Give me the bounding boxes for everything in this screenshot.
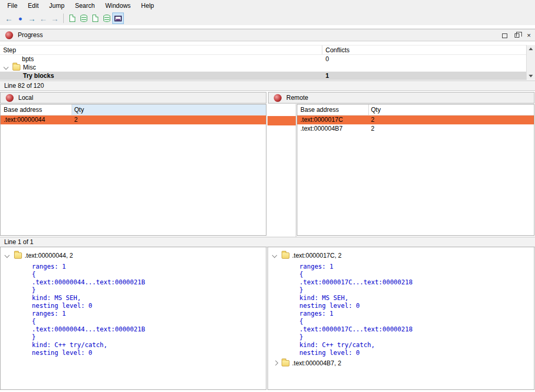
app-rose-icon [6, 94, 14, 102]
window-buttons: × [502, 29, 531, 42]
column-header-qty[interactable]: Qty [369, 105, 534, 115]
remote-table-row[interactable]: .text:0000017C 2 [297, 116, 534, 124]
menubar: File Edit Jump Search Windows Help [0, 0, 535, 11]
page-import-icon[interactable] [66, 13, 78, 24]
detail-line: ranges: 1 [32, 310, 66, 318]
database-icon[interactable] [78, 13, 89, 24]
detail-status-bar: Line 1 of 1 [0, 237, 535, 247]
folder-icon [282, 252, 289, 259]
detail-status-text: Line 1 of 1 [4, 238, 33, 246]
detail-line: .text:0000017C...text:00000218 [299, 326, 413, 333]
window-title: Progress [18, 31, 43, 39]
tree-row-bpts[interactable]: bpts 0 [0, 55, 526, 63]
local-pane-titlebar[interactable]: Local [0, 92, 266, 103]
remote-detail-collapsed-node[interactable]: .text:000004B7, 2 [268, 359, 534, 367]
remote-table: Base address Qty .text:0000017C 2 .text:… [297, 104, 534, 236]
local-table-header: Base address Qty [1, 105, 266, 116]
tree-vertical-scrollbar[interactable] [526, 45, 535, 80]
diff-connector-highlight [268, 116, 296, 125]
detail-line: { [32, 271, 36, 279]
toolbar: ← ● → ← → [0, 11, 535, 25]
column-header-conflicts[interactable]: Conflicts [322, 45, 526, 54]
menu-search[interactable]: Search [69, 1, 100, 11]
tree-row-misc[interactable]: Misc [0, 63, 526, 72]
scroll-up-icon[interactable] [527, 45, 535, 53]
detail-line: .text:00000044...text:0000021B [32, 279, 145, 286]
monitor-view-icon[interactable] [112, 13, 124, 24]
detail-line: { [32, 318, 36, 326]
local-detail-node[interactable]: .text:00000044, 2 [1, 251, 266, 260]
menu-edit[interactable]: Edit [22, 1, 44, 11]
chevron-down-icon[interactable] [5, 253, 10, 258]
toolbar-separator [63, 14, 64, 23]
database-glyph [80, 15, 87, 22]
local-pane-title: Local [18, 94, 33, 101]
page-export-icon[interactable] [89, 13, 101, 24]
database-glyph [103, 15, 110, 22]
nav-back-icon[interactable]: ← [3, 13, 15, 24]
folder-icon [13, 64, 20, 71]
node-label: .text:00000044, 2 [25, 251, 73, 260]
detail-line: kind: C++ try/catch, [32, 341, 108, 349]
folder-icon [282, 360, 289, 366]
page-glyph [92, 15, 98, 22]
detail-line: ranges: 1 [299, 310, 333, 318]
detail-line: .text:0000017C...text:00000218 [299, 279, 413, 286]
tree-row-label: bpts [22, 55, 34, 63]
stop-record-icon[interactable]: ● [15, 13, 26, 24]
remote-pane-titlebar[interactable]: Remote [268, 92, 534, 103]
tree-status-bar: Line 82 of 120 [0, 80, 535, 91]
detail-line: nesting level: 0 [299, 349, 360, 357]
detail-line: kind: C++ try/catch, [299, 341, 375, 349]
remote-table-header: Base address Qty [297, 105, 534, 116]
remote-pane-title: Remote [286, 94, 308, 101]
chevron-down-icon[interactable] [272, 253, 277, 258]
remote-detail-node[interactable]: .text:0000017C, 2 [268, 251, 534, 260]
menu-windows[interactable]: Windows [100, 1, 136, 11]
node-label: .text:0000017C, 2 [292, 251, 342, 260]
tree-status-text: Line 82 of 120 [4, 82, 44, 89]
chevron-down-icon[interactable] [4, 65, 9, 70]
menu-jump[interactable]: Jump [44, 1, 69, 11]
detail-line: { [299, 318, 303, 326]
qty-cell: 2 [369, 116, 534, 124]
tree-row-try-blocks-selected[interactable]: Try blocks 1 [0, 72, 526, 80]
app-rose-icon [274, 94, 282, 102]
chevron-right-icon[interactable] [273, 361, 278, 366]
column-header-qty[interactable]: Qty [72, 105, 266, 115]
detail-line: ranges: 1 [32, 263, 66, 271]
qty-cell: 2 [72, 116, 266, 124]
base-address-cell: .text:00000044 [1, 116, 72, 124]
node-label: .text:000004B7, 2 [292, 359, 341, 367]
remote-detail-pane: .text:0000017C, 2 ranges: 1 { .text:0000… [268, 247, 534, 390]
remote-table-row[interactable]: .text:000004B7 2 [297, 124, 534, 133]
detail-line: } [32, 286, 36, 294]
close-icon[interactable]: × [527, 29, 531, 42]
column-header-step[interactable]: Step [0, 45, 322, 54]
jump-forward-icon[interactable]: → [49, 13, 61, 24]
detail-line: nesting level: 0 [32, 302, 92, 310]
maximize-icon[interactable] [502, 33, 507, 38]
scroll-down-icon[interactable] [527, 72, 535, 80]
local-table: Base address Qty .text:00000044 2 [0, 104, 266, 236]
detail-line: kind: MS SEH, [299, 294, 348, 302]
detail-line: nesting level: 0 [32, 349, 92, 357]
base-address-cell: .text:0000017C [297, 116, 369, 124]
jump-back-icon[interactable]: ← [38, 13, 49, 24]
menu-file[interactable]: File [2, 1, 22, 11]
detail-line: kind: MS SEH, [32, 294, 81, 302]
column-header-base-address[interactable]: Base address [297, 105, 369, 115]
base-address-cell: .text:000004B7 [297, 124, 369, 133]
detail-line: ranges: 1 [299, 263, 333, 271]
restore-icon[interactable] [515, 33, 519, 38]
column-header-base-address[interactable]: Base address [1, 105, 72, 115]
menu-help[interactable]: Help [136, 1, 159, 11]
detail-line: nesting level: 0 [299, 302, 360, 310]
detail-line: .text:00000044...text:0000021B [32, 326, 145, 333]
nav-forward-icon[interactable]: → [26, 13, 38, 24]
tree-row-conflicts: 1 [325, 72, 329, 80]
database-sync-icon[interactable] [101, 13, 112, 24]
progress-window-titlebar[interactable]: Progress × [0, 29, 535, 41]
detail-line: } [299, 333, 303, 341]
local-table-row[interactable]: .text:00000044 2 [1, 116, 266, 124]
